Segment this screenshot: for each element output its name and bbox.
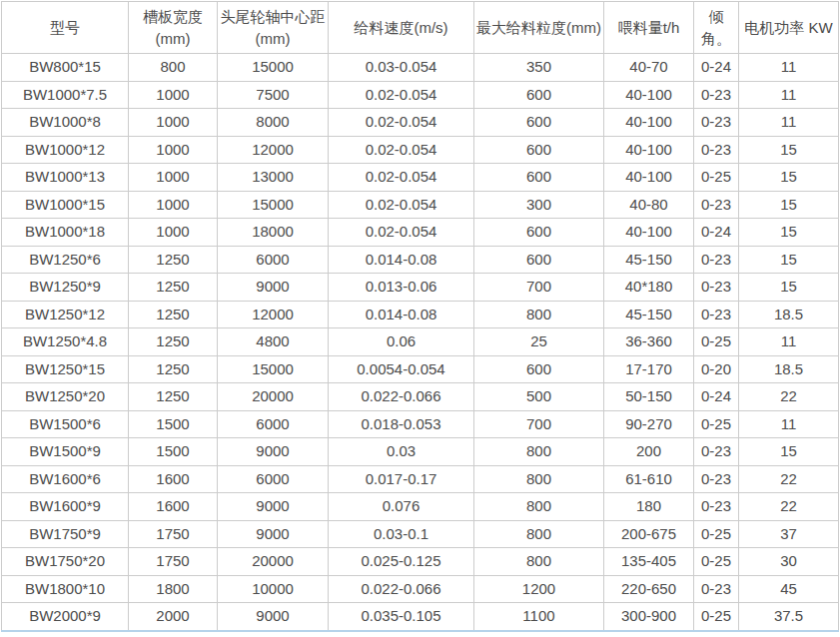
table-cell: 61-610 <box>604 465 694 493</box>
table-cell: 0-23 <box>694 246 739 274</box>
table-cell: 20000 <box>218 383 329 411</box>
table-cell: 1100 <box>474 603 604 631</box>
table-cell: 1000 <box>129 164 218 192</box>
table-cell: 0.022-0.066 <box>329 383 474 411</box>
table-cell: 15 <box>739 246 839 274</box>
table-cell: 0.013-0.06 <box>329 274 474 302</box>
table-cell: 20000 <box>218 548 329 576</box>
table-cell: 9000 <box>218 520 329 548</box>
table-row: BW1250*201250200000.022-0.06650050-1500-… <box>2 383 839 411</box>
table-cell: 1250 <box>129 355 218 383</box>
table-cell: 0.014-0.08 <box>329 301 474 328</box>
table-row: BW800*15800150000.03-0.05435040-700-2411 <box>2 54 839 82</box>
table-cell: 0-23 <box>694 493 739 521</box>
table-cell: 0-23 <box>694 274 739 302</box>
table-cell: 15000 <box>218 191 329 219</box>
table-cell: BW1600*9 <box>2 493 129 521</box>
table-cell: BW1250*9 <box>2 274 129 302</box>
column-header: 头尾轮轴中心距(mm) <box>218 2 329 54</box>
table-row: BW1000*8100080000.02-0.05460040-1000-231… <box>2 109 839 137</box>
table-cell: 0-24 <box>694 383 739 411</box>
table-cell: 600 <box>474 246 604 274</box>
table-cell: 200 <box>604 438 694 466</box>
table-cell: 0.02-0.054 <box>329 109 474 137</box>
table-row: BW1750*9175090000.03-0.1800200-6750-2537 <box>2 520 839 548</box>
table-cell: 12000 <box>218 136 329 164</box>
table-cell: 11 <box>739 54 839 82</box>
table-cell: 22 <box>739 465 839 493</box>
table-cell: 0-23 <box>694 81 739 109</box>
table-row: BW1250*6125060000.014-0.0860045-1500-231… <box>2 246 839 274</box>
table-cell: 37 <box>739 520 839 548</box>
table-row: BW1800*101800100000.022-0.0661200220-650… <box>2 575 839 603</box>
table-cell: 0-25 <box>694 603 739 631</box>
table-cell: BW1000*18 <box>2 219 129 247</box>
table-cell: 1750 <box>129 548 218 576</box>
table-cell: 135-405 <box>604 548 694 576</box>
table-cell: 1250 <box>129 246 218 274</box>
table-cell: 0-23 <box>694 136 739 164</box>
table-cell: 7500 <box>218 81 329 109</box>
table-cell: 800 <box>474 520 604 548</box>
table-cell: 15 <box>739 191 839 219</box>
table-cell: 4800 <box>218 328 329 356</box>
table-cell: 18000 <box>218 219 329 247</box>
table-cell: 9000 <box>218 274 329 302</box>
table-cell: 200-675 <box>604 520 694 548</box>
table-cell: 0.022-0.066 <box>329 575 474 603</box>
table-cell: 0.06 <box>329 328 474 356</box>
table-cell: 700 <box>474 410 604 438</box>
table-cell: 1000 <box>129 109 218 137</box>
table-cell: 0.035-0.105 <box>329 603 474 631</box>
table-cell: 40-100 <box>604 136 694 164</box>
table-cell: 13000 <box>218 164 329 192</box>
column-header: 槽板宽度(mm) <box>129 2 218 54</box>
table-cell: 300 <box>474 191 604 219</box>
table-cell: 0.02-0.054 <box>329 136 474 164</box>
table-cell: 17-170 <box>604 355 694 383</box>
table-cell: 50-150 <box>604 383 694 411</box>
table-body: BW800*15800150000.03-0.05435040-700-2411… <box>2 54 839 631</box>
table-cell: 800 <box>129 54 218 82</box>
column-header: 喂料量t/h <box>604 2 694 54</box>
table-cell: 0.02-0.054 <box>329 81 474 109</box>
table-cell: 800 <box>474 493 604 521</box>
table-cell: BW1250*20 <box>2 383 129 411</box>
table-cell: 500 <box>474 383 604 411</box>
table-cell: BW1500*6 <box>2 410 129 438</box>
table-cell: BW1000*7.5 <box>2 81 129 109</box>
table-cell: 0-23 <box>694 301 739 328</box>
table-cell: 15 <box>739 438 839 466</box>
table-cell: 1000 <box>129 191 218 219</box>
table-cell: 15 <box>739 219 839 247</box>
table-cell: 0.02-0.054 <box>329 191 474 219</box>
table-row: BW1500*9150090000.038002000-2315 <box>2 438 839 466</box>
table-cell: 0.03-0.1 <box>329 520 474 548</box>
table-cell: 6000 <box>218 410 329 438</box>
table-cell: BW1250*15 <box>2 355 129 383</box>
table-cell: 9000 <box>218 438 329 466</box>
table-cell: 37.5 <box>739 603 839 631</box>
table-cell: 0-25 <box>694 328 739 356</box>
table-cell: 22 <box>739 383 839 411</box>
table-row: BW1000*181000180000.02-0.05460040-1000-2… <box>2 219 839 247</box>
table-cell: 0-23 <box>694 109 739 137</box>
table-cell: 0.02-0.054 <box>329 164 474 192</box>
table-cell: 1250 <box>129 328 218 356</box>
table-cell: 9000 <box>218 493 329 521</box>
table-cell: 1500 <box>129 410 218 438</box>
table-cell: 15 <box>739 164 839 192</box>
table-cell: 45-150 <box>604 301 694 328</box>
table-cell: 45-150 <box>604 246 694 274</box>
table-cell: BW1000*15 <box>2 191 129 219</box>
feeder-spec-table: 型号槽板宽度(mm)头尾轮轴中心距(mm)给料速度(m/s)最大给料粒度(mm)… <box>1 1 839 632</box>
table-cell: BW1000*12 <box>2 136 129 164</box>
table-cell: 10000 <box>218 575 329 603</box>
table-cell: BW1250*12 <box>2 301 129 328</box>
table-cell: 600 <box>474 164 604 192</box>
table-row: BW1250*9125090000.013-0.0670040*1800-231… <box>2 274 839 302</box>
table-cell: 600 <box>474 219 604 247</box>
table-cell: BW1250*4.8 <box>2 328 129 356</box>
table-cell: 0-23 <box>694 438 739 466</box>
table-cell: 18.5 <box>739 355 839 383</box>
